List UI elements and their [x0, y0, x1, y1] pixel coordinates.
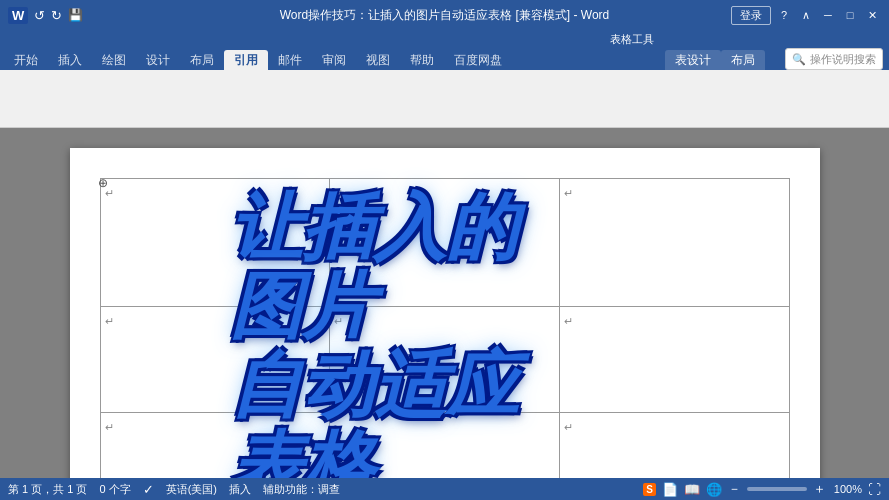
cell-return-symbol: ↵	[334, 315, 343, 327]
zoom-level[interactable]: 100%	[832, 483, 862, 495]
document-table: ↵ ↵ ↵ ↵ ↵ ↵	[100, 178, 790, 478]
word-app-icon: W	[8, 7, 28, 24]
document-area: ⊕ ↵ ↵ ↵ ↵ ↵	[0, 128, 889, 478]
language-label[interactable]: 英语(美国)	[166, 482, 217, 497]
cell-return-symbol: ↵	[564, 187, 573, 199]
accessibility-label[interactable]: 辅助功能：调查	[263, 482, 340, 497]
table-cell-r2c3[interactable]: ↵	[559, 306, 789, 412]
cell-return-symbol: ↵	[105, 421, 114, 433]
tab-help[interactable]: 帮助	[400, 50, 444, 70]
tab-references[interactable]: 引用	[224, 50, 268, 70]
tab-table-design[interactable]: 表设计	[665, 50, 721, 70]
ribbon-collapse-icon[interactable]: ∧	[797, 6, 815, 24]
quick-access-save[interactable]: 💾	[68, 8, 83, 22]
char-count: 0 个字	[99, 482, 130, 497]
view-read-icon[interactable]: 📖	[684, 482, 700, 497]
ribbon-tab-bar: 开始 插入 绘图 设计 布局 引用 邮件 审阅 视图 帮助 百度网盘 表设计 布…	[0, 48, 889, 70]
table-cell-r3c2[interactable]	[330, 412, 560, 478]
fit-page-icon[interactable]: ⛶	[868, 482, 881, 497]
zoom-out-button[interactable]: －	[728, 480, 741, 498]
quick-access-redo[interactable]: ↻	[51, 8, 62, 23]
tab-layout[interactable]: 布局	[180, 50, 224, 70]
table-cell-r1c1[interactable]: ↵	[100, 179, 330, 307]
search-icon: 🔍	[792, 53, 806, 66]
restore-button[interactable]: □	[841, 6, 859, 24]
document-page: ⊕ ↵ ↵ ↵ ↵ ↵	[70, 148, 820, 478]
tab-insert[interactable]: 插入	[48, 50, 92, 70]
login-button[interactable]: 登录	[731, 6, 771, 25]
tab-start[interactable]: 开始	[4, 50, 48, 70]
search-placeholder: 操作说明搜索	[810, 52, 876, 67]
table-tools-label: 表格工具	[600, 32, 664, 47]
tab-table-layout[interactable]: 布局	[721, 50, 765, 70]
title-bar-left: W ↺ ↻ 💾	[8, 7, 83, 24]
status-bar-left: 第 1 页，共 1 页 0 个字 ✓ 英语(美国) 插入 辅助功能：调查	[8, 482, 340, 497]
table-cell-r2c1[interactable]: ↵	[100, 306, 330, 412]
tab-baidu[interactable]: 百度网盘	[444, 50, 512, 70]
tab-view[interactable]: 视图	[356, 50, 400, 70]
zoom-slider[interactable]	[747, 487, 807, 491]
spell-check-icon[interactable]: ✓	[143, 482, 154, 497]
tab-review[interactable]: 审阅	[312, 50, 356, 70]
status-bar-right: S 📄 📖 🌐 － ＋ 100% ⛶	[643, 480, 881, 498]
minimize-button[interactable]: ─	[819, 6, 837, 24]
insert-mode-label[interactable]: 插入	[229, 482, 251, 497]
title-bar-controls: 登录 ? ∧ ─ □ ✕	[731, 6, 881, 25]
cell-return-symbol: ↵	[564, 421, 573, 433]
cell-return-symbol: ↵	[105, 315, 114, 327]
table-cell-r3c3[interactable]: ↵	[559, 412, 789, 478]
table-move-handle[interactable]: ⊕	[98, 176, 112, 190]
ribbon-group-placeholder	[8, 74, 224, 124]
window-title: Word操作技巧：让插入的图片自动适应表格 [兼容模式] - Word	[280, 7, 610, 24]
ribbon-content-area	[16, 79, 216, 119]
view-print-icon[interactable]: 📄	[662, 482, 678, 497]
close-button[interactable]: ✕	[863, 6, 881, 24]
sogou-icon[interactable]: S	[643, 483, 656, 496]
table-tools-bar: 表格工具	[0, 30, 889, 48]
quick-access-undo[interactable]: ↺	[34, 8, 45, 23]
help-icon[interactable]: ?	[775, 6, 793, 24]
ribbon-toolbar	[0, 70, 889, 128]
cell-return-symbol: ↵	[564, 315, 573, 327]
table-cell-r3c1[interactable]: ↵	[100, 412, 330, 478]
cell-return-symbol: ↵	[334, 187, 343, 199]
tab-design[interactable]: 设计	[136, 50, 180, 70]
tab-draw[interactable]: 绘图	[92, 50, 136, 70]
zoom-in-button[interactable]: ＋	[813, 480, 826, 498]
title-bar: W ↺ ↻ 💾 Word操作技巧：让插入的图片自动适应表格 [兼容模式] - W…	[0, 0, 889, 30]
table-cell-r2c2[interactable]: ↵	[330, 306, 560, 412]
page-count: 第 1 页，共 1 页	[8, 482, 87, 497]
search-box[interactable]: 🔍 操作说明搜索	[785, 48, 883, 70]
tab-mailing[interactable]: 邮件	[268, 50, 312, 70]
status-bar: 第 1 页，共 1 页 0 个字 ✓ 英语(美国) 插入 辅助功能：调查 S 📄…	[0, 478, 889, 500]
table-cell-r1c3[interactable]: ↵	[559, 179, 789, 307]
table-cell-r1c2[interactable]: ↵	[330, 179, 560, 307]
view-web-icon[interactable]: 🌐	[706, 482, 722, 497]
